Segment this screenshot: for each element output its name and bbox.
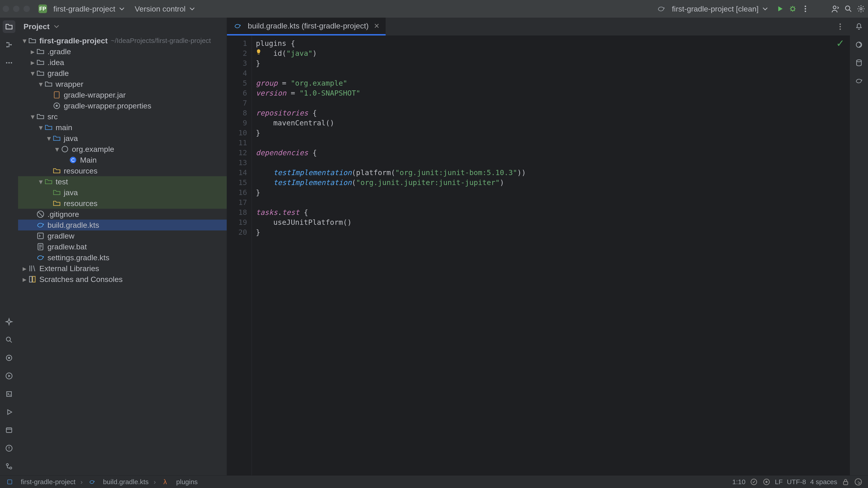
- tree-item[interactable]: ▸ .idea: [18, 57, 227, 68]
- project-selector[interactable]: first-gradle-project: [51, 3, 128, 15]
- properties-file-icon: [53, 101, 61, 110]
- chevron-down-icon: ▾: [37, 177, 44, 186]
- more-vertical-icon[interactable]: [801, 4, 810, 13]
- project-tree[interactable]: ▾ first-gradle-project ~/IdeaProjects/fi…: [18, 35, 227, 475]
- breadcrumb-item[interactable]: plugins: [176, 478, 198, 486]
- collaborate-icon[interactable]: [831, 4, 840, 13]
- svg-text:C: C: [71, 157, 75, 163]
- window-close-icon[interactable]: [3, 6, 9, 12]
- svg-point-1: [805, 6, 806, 7]
- tree-label: gradlew.bat: [48, 242, 87, 251]
- gradle-toolwindow-button[interactable]: [852, 74, 865, 87]
- tree-item[interactable]: ▾ gradle: [18, 68, 227, 78]
- ai-toolwindow-button[interactable]: [852, 38, 865, 51]
- tree-item[interactable]: resources: [18, 165, 227, 176]
- more-vertical-icon[interactable]: [836, 22, 844, 31]
- line-separator-icon[interactable]: [749, 478, 758, 486]
- folder-icon: [36, 47, 45, 56]
- run-config-selector[interactable]: first-gradle-project [clean]: [670, 3, 772, 15]
- breadcrumb-item[interactable]: build.gradle.kts: [103, 478, 149, 486]
- svg-point-6: [860, 8, 862, 10]
- tree-item-selected[interactable]: build.gradle.kts: [18, 220, 227, 230]
- analysis-ok-icon[interactable]: ✓: [836, 37, 844, 49]
- notifications-toolwindow-button[interactable]: [852, 20, 865, 33]
- tree-item[interactable]: resources: [18, 198, 227, 209]
- tree-item[interactable]: ▸ Scratches and Consoles: [18, 274, 227, 285]
- search-icon[interactable]: [844, 4, 852, 13]
- run-icon[interactable]: [776, 4, 784, 13]
- text-file-icon: [36, 242, 45, 251]
- project-panel-title: Project: [24, 22, 50, 31]
- tree-item[interactable]: gradlew.bat: [18, 241, 227, 252]
- svg-point-23: [56, 105, 58, 107]
- version-control-label: Version control: [135, 4, 186, 13]
- tree-item[interactable]: gradlew: [18, 230, 227, 241]
- svg-point-9: [10, 44, 12, 45]
- svg-point-44: [858, 481, 859, 482]
- services-toolwindow-button[interactable]: [3, 315, 16, 328]
- line-ending[interactable]: LF: [775, 478, 783, 486]
- svg-point-40: [765, 481, 768, 483]
- caret-position[interactable]: 1:10: [733, 478, 745, 486]
- inspection-profile-icon[interactable]: [854, 478, 863, 486]
- chevron-down-icon: ▾: [21, 36, 28, 45]
- window-zoom-icon[interactable]: [24, 6, 30, 12]
- structure-toolwindow-button[interactable]: [3, 38, 16, 51]
- tree-root[interactable]: ▾ first-gradle-project ~/IdeaProjects/fi…: [18, 35, 227, 46]
- editor-body[interactable]: 1234567891011121314151617181920 ✓ plugin…: [227, 36, 850, 475]
- tree-item[interactable]: ▾ wrapper: [18, 78, 227, 90]
- run-config-label: first-gradle-project [clean]: [672, 4, 758, 13]
- tree-item[interactable]: gradle-wrapper.properties: [18, 100, 227, 111]
- chevron-right-icon: ▸: [21, 264, 28, 273]
- svg-point-13: [6, 337, 10, 341]
- tree-item[interactable]: C Main: [18, 155, 227, 165]
- database-toolwindow-button[interactable]: [852, 57, 865, 69]
- terminal-toolwindow-button[interactable]: [3, 388, 16, 400]
- vcs-toolwindow-button[interactable]: [3, 460, 16, 473]
- tree-item[interactable]: settings.gradle.kts: [18, 252, 227, 263]
- tree-item[interactable]: ▾ main: [18, 122, 227, 133]
- editor-tab-active[interactable]: build.gradle.kts (first-gradle-project) …: [227, 18, 385, 35]
- tree-label: test: [56, 177, 68, 186]
- close-icon[interactable]: ×: [374, 21, 379, 31]
- tree-item[interactable]: java: [18, 187, 227, 198]
- window-minimize-icon[interactable]: [13, 6, 20, 12]
- svg-rect-42: [844, 482, 848, 485]
- find-toolwindow-button[interactable]: [3, 333, 16, 346]
- file-encoding[interactable]: UTF-8: [787, 478, 806, 486]
- dependencies-toolwindow-button[interactable]: [3, 352, 16, 364]
- debug-icon[interactable]: [788, 4, 797, 13]
- tree-item-test[interactable]: ▾ test: [18, 176, 227, 187]
- svg-point-34: [839, 28, 841, 30]
- folder-icon: [36, 69, 45, 77]
- power-save-icon[interactable]: [762, 478, 771, 486]
- project-toolwindow-button[interactable]: [3, 20, 16, 33]
- tree-item[interactable]: ▾ java: [18, 133, 227, 144]
- tree-label: gradle: [48, 69, 69, 78]
- problems-toolwindow-button[interactable]: [3, 442, 16, 455]
- messages-toolwindow-button[interactable]: [3, 424, 16, 436]
- library-icon: [28, 264, 37, 273]
- chevron-down-icon[interactable]: [52, 22, 61, 31]
- module-folder-icon: [44, 123, 53, 132]
- more-toolwindows-button[interactable]: [3, 57, 16, 69]
- svg-point-8: [6, 46, 8, 47]
- svg-point-4: [833, 6, 836, 9]
- run-toolwindow-button[interactable]: [3, 369, 16, 382]
- version-control-button[interactable]: Version control: [132, 3, 199, 15]
- tree-item[interactable]: ▸ External Libraries: [18, 263, 227, 274]
- build-toolwindow-button[interactable]: [3, 406, 16, 418]
- tree-item[interactable]: ▾ org.example: [18, 144, 227, 155]
- readonly-lock-icon[interactable]: [841, 478, 850, 486]
- tree-item[interactable]: ▸ .gradle: [18, 46, 227, 57]
- tree-item[interactable]: .gitignore: [18, 209, 227, 220]
- svg-point-10: [6, 62, 7, 64]
- intention-bulb-icon[interactable]: [255, 48, 262, 56]
- code-area[interactable]: plugins { id("java") } group = "org.exam…: [252, 36, 850, 475]
- indent-settings[interactable]: 4 spaces: [810, 478, 837, 486]
- tree-item[interactable]: gradle-wrapper.jar: [18, 90, 227, 100]
- line-gutter: 1234567891011121314151617181920: [227, 36, 252, 475]
- tree-item[interactable]: ▾ src: [18, 111, 227, 122]
- breadcrumb-item[interactable]: first-gradle-project: [21, 478, 75, 486]
- settings-gear-icon[interactable]: [857, 4, 865, 13]
